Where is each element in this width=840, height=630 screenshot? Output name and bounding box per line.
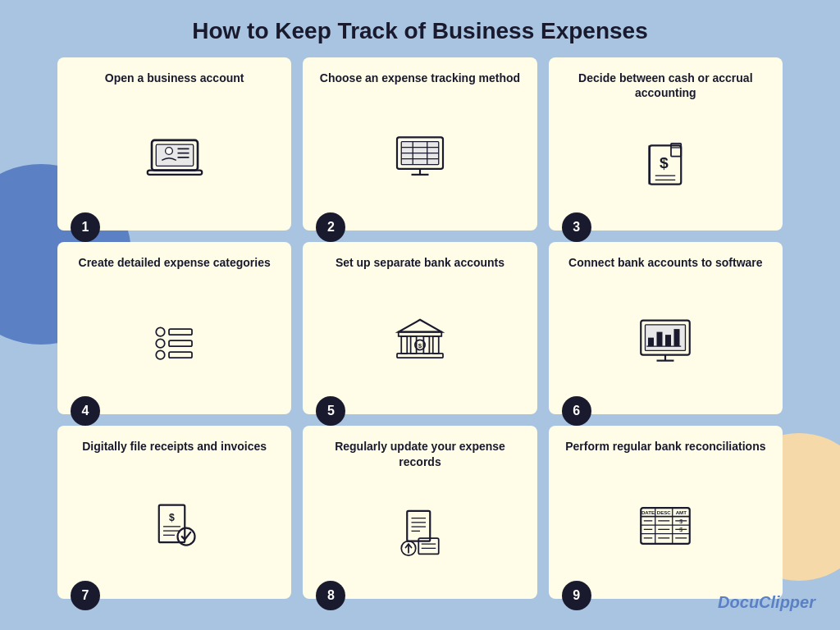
step-6-icon bbox=[637, 278, 694, 404]
svg-rect-2 bbox=[147, 171, 202, 175]
step-8-badge: 8 bbox=[316, 581, 345, 610]
step-card-6: Connect bank accounts to software 6 bbox=[549, 242, 783, 415]
step-1-badge: 1 bbox=[71, 212, 100, 242]
step-card-9: Perform regular bank reconciliations DAT… bbox=[549, 426, 783, 599]
step-card-8: Regularly update your expense records 8 bbox=[303, 426, 536, 599]
svg-rect-53 bbox=[407, 511, 430, 541]
step-7-badge: 7 bbox=[71, 581, 100, 610]
step-5-title: Set up separate bank accounts bbox=[336, 255, 504, 270]
svg-rect-24 bbox=[169, 329, 192, 335]
step-3-badge: 3 bbox=[562, 212, 591, 242]
svg-rect-1 bbox=[156, 145, 194, 167]
step-card-7: Digitally file receipts and invoices $ 7 bbox=[57, 426, 291, 599]
svg-rect-35 bbox=[397, 354, 443, 358]
step-5-badge: 5 bbox=[316, 396, 345, 426]
step-6-title: Connect bank accounts to software bbox=[568, 255, 762, 270]
svg-rect-28 bbox=[169, 352, 192, 358]
svg-point-25 bbox=[156, 339, 165, 348]
page-title: How to Keep Track of Business Expenses bbox=[0, 0, 840, 57]
svg-text:$: $ bbox=[660, 154, 669, 171]
step-1-title: Open a business account bbox=[105, 71, 244, 85]
step-5-icon: $ bbox=[391, 278, 449, 404]
svg-point-23 bbox=[156, 327, 165, 336]
svg-rect-42 bbox=[665, 335, 671, 346]
svg-text:$: $ bbox=[169, 512, 175, 523]
step-7-title: Digitally file receipts and invoices bbox=[82, 439, 267, 454]
svg-text:DATE: DATE bbox=[641, 509, 655, 515]
step-9-icon: DATE DESC AMT $ $ bbox=[637, 463, 694, 589]
step-card-4: Create detailed expense categories 4 bbox=[57, 242, 291, 415]
svg-text:DESC: DESC bbox=[657, 509, 672, 515]
step-2-title: Choose an expense tracking method bbox=[320, 71, 520, 85]
svg-rect-40 bbox=[648, 338, 654, 347]
step-6-badge: 6 bbox=[562, 396, 591, 426]
svg-rect-41 bbox=[657, 332, 663, 347]
step-7-icon: $ bbox=[146, 463, 203, 589]
svg-text:$: $ bbox=[680, 527, 683, 532]
docuclipper-logo: DocuClipper bbox=[718, 593, 815, 612]
svg-point-3 bbox=[165, 148, 172, 155]
svg-text:AMT: AMT bbox=[676, 509, 687, 515]
step-8-title: Regularly update your expense records bbox=[314, 439, 525, 468]
step-card-5: Set up separate bank accounts $ 5 bbox=[303, 242, 536, 415]
step-8-icon bbox=[391, 477, 449, 589]
svg-text:$: $ bbox=[680, 518, 683, 523]
step-card-1: Open a business account 1 bbox=[57, 57, 291, 231]
svg-point-27 bbox=[156, 350, 165, 359]
step-card-3: Decide between cash or accrual accountin… bbox=[549, 57, 783, 231]
step-9-badge: 9 bbox=[562, 581, 591, 610]
step-card-2: Choose an expense tracking method 2 bbox=[303, 57, 536, 231]
step-4-title: Create detailed expense categories bbox=[79, 255, 271, 270]
step-3-icon: $ bbox=[637, 108, 694, 220]
svg-rect-26 bbox=[169, 340, 192, 346]
svg-rect-47 bbox=[158, 504, 185, 542]
svg-rect-43 bbox=[674, 329, 680, 346]
step-2-badge: 2 bbox=[316, 212, 345, 242]
steps-grid: Open a business account 1 Choose an expe… bbox=[0, 57, 840, 599]
svg-rect-34 bbox=[433, 336, 439, 354]
step-1-icon bbox=[146, 94, 203, 220]
svg-marker-29 bbox=[399, 320, 442, 332]
step-4-icon bbox=[146, 278, 203, 404]
svg-rect-31 bbox=[401, 336, 407, 354]
step-9-title: Perform regular bank reconciliations bbox=[565, 439, 765, 454]
svg-text:$: $ bbox=[418, 342, 422, 349]
step-2-icon bbox=[391, 94, 449, 220]
step-3-title: Decide between cash or accrual accountin… bbox=[560, 71, 771, 100]
step-4-badge: 4 bbox=[71, 396, 100, 426]
